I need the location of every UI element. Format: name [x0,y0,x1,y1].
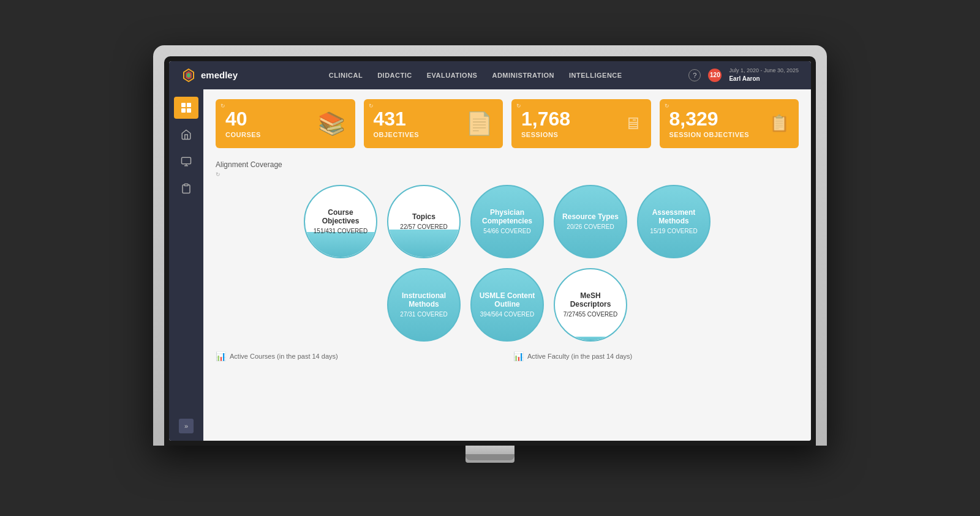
stat-card-objectives[interactable]: ↻ 431 OBJECTIVES 📄 [364,99,503,148]
circle-instructional[interactable]: Instructional Methods 27/31 COVERED [387,268,461,342]
bar-chart-courses-icon: 📊 [216,351,226,361]
help-button[interactable]: ? [688,69,701,81]
circle-assessment-title: Assessment Methods [643,208,704,226]
content-area: ↻ 40 COURSES 📚 ↻ [203,89,811,441]
session-obj-icon: 📋 [769,114,789,133]
logo-text: emedley [201,70,238,80]
circle-resource[interactable]: Resource Types 20/26 COVERED [554,185,627,258]
objectives-refresh-icon[interactable]: ↻ [369,103,374,109]
screen-bezel: emedley CLINICAL DIDACTIC EVALUATIONS AD… [164,56,816,446]
alignment-section: Alignment Coverage ↻ Course Objectives 1… [216,160,799,361]
laptop-notch [466,454,514,460]
session-obj-refresh-icon[interactable]: ↻ [665,103,669,109]
grid-icon [181,103,191,113]
objectives-label: OBJECTIVES [374,131,420,138]
circle-usmle-covered: 394/564 COVERED [480,311,534,318]
top-nav: emedley CLINICAL DIDACTIC EVALUATIONS AD… [169,61,811,89]
monitor-icon [181,156,192,167]
courses-refresh-icon[interactable]: ↻ [221,103,225,109]
sidebar-item-monitor[interactable] [174,151,198,173]
sidebar-item-clipboard[interactable] [174,178,198,200]
sessions-refresh-icon[interactable]: ↻ [516,103,521,109]
alignment-title: Alignment Coverage [216,160,799,169]
nav-evaluations[interactable]: EVALUATIONS [427,72,478,79]
circle-physician[interactable]: Physician Competencies 54/66 COVERED [470,185,544,258]
user-info: July 1, 2020 - June 30, 2025 Earl Aaron [729,67,799,83]
sidebar-collapse-button[interactable]: » [179,419,194,433]
sidebar-item-dashboard[interactable] [174,97,198,119]
sessions-number: 1,768 [521,109,570,129]
circle-resource-covered: 20/26 COVERED [567,223,614,230]
courses-text: 40 COURSES [225,109,261,138]
courses-icon: 📚 [318,111,345,136]
circles-row-1: Course Objectives 151/431 COVERED Topics [216,185,799,258]
circle-mesh-title: MeSH Descriptors [560,291,621,309]
circle-topics[interactable]: Topics 22/57 COVERED [387,185,461,258]
app-container: emedley CLINICAL DIDACTIC EVALUATIONS AD… [169,61,811,441]
sidebar-item-home[interactable] [174,124,198,146]
collapse-icon: » [184,422,188,430]
laptop-wrapper: emedley CLINICAL DIDACTIC EVALUATIONS AD… [153,45,827,471]
objectives-icon: 📄 [466,111,493,136]
session-obj-label: SESSION OBJECTIVES [669,131,750,138]
svg-rect-6 [184,184,188,185]
user-name: Earl Aaron [729,75,799,83]
stat-card-courses[interactable]: ↻ 40 COURSES 📚 [216,99,355,148]
circle-physician-covered: 54/66 COVERED [483,228,530,234]
chart-faculty-label: Active Faculty (in the past 14 days) [527,353,632,360]
circle-mesh[interactable]: MeSH Descriptors 7/27455 COVERED [554,268,627,342]
circle-assessment-covered: 15/19 COVERED [650,228,697,234]
sessions-text: 1,768 SESSIONS [521,109,570,138]
circle-course-objectives[interactable]: Course Objectives 151/431 COVERED [304,185,377,258]
circle-resource-title: Resource Types [562,212,619,221]
stat-card-sessions[interactable]: ↻ 1,768 SESSIONS 🖥 [511,99,651,148]
nav-didactic[interactable]: DIDACTIC [377,72,412,79]
nav-right: ? 120 July 1, 2020 - June 30, 2025 Earl … [688,67,799,83]
stat-card-session-objectives[interactable]: ↻ 8,329 SESSION OBJECTIVES 📋 [660,99,799,148]
sessions-label: SESSIONS [521,131,570,138]
logo-icon [181,68,196,83]
circle-usmle[interactable]: USMLE Content Outline 394/564 COVERED [470,268,544,342]
objectives-text: 431 OBJECTIVES [374,109,420,138]
laptop-screen: emedley CLINICAL DIDACTIC EVALUATIONS AD… [169,61,811,441]
nav-administration[interactable]: ADMINISTRATION [492,72,554,79]
circle-physician-title: Physician Competencies [477,208,538,226]
session-obj-text: 8,329 SESSION OBJECTIVES [669,109,750,138]
chart-active-faculty[interactable]: 📊 Active Faculty (in the past 14 days) [513,351,799,361]
chart-courses-label: Active Courses (in the past 14 days) [230,353,338,360]
charts-row: 📊 Active Courses (in the past 14 days) 📊… [216,351,799,361]
circles-row-2: Instructional Methods 27/31 COVERED USML… [216,268,799,342]
circle-usmle-title: USMLE Content Outline [477,291,538,309]
session-obj-number: 8,329 [669,109,750,129]
sessions-icon: 🖥 [624,113,641,133]
nav-intelligence[interactable]: INTELLIGENCE [569,72,622,79]
bar-chart-faculty-icon: 📊 [513,351,524,361]
sidebar: » [169,89,203,441]
nav-links: CLINICAL DIDACTIC EVALUATIONS ADMINISTRA… [262,72,688,79]
clipboard-icon [181,183,192,194]
circle-instructional-title: Instructional Methods [393,291,454,309]
home-icon [181,129,192,140]
circle-instructional-covered: 27/31 COVERED [400,311,447,318]
circle-co-covered: 151/431 COVERED [314,228,368,234]
courses-label: COURSES [225,131,261,138]
svg-rect-3 [182,157,191,164]
stats-row: ↻ 40 COURSES 📚 ↻ [216,99,799,148]
circle-co-title: Course Objectives [310,208,371,226]
chart-active-courses[interactable]: 📊 Active Courses (in the past 14 days) [216,351,501,361]
date-range: July 1, 2020 - June 30, 2025 [729,67,799,75]
logo-area: emedley [181,68,238,83]
laptop-base [466,446,514,463]
laptop-outer: emedley CLINICAL DIDACTIC EVALUATIONS AD… [153,45,827,446]
courses-number: 40 [225,109,261,129]
main-layout: » ↻ 40 COURSES [169,89,811,441]
alignment-refresh[interactable]: ↻ [216,171,799,178]
circle-mesh-covered: 7/27455 COVERED [564,311,617,318]
objectives-number: 431 [374,109,420,129]
circle-assessment[interactable]: Assessment Methods 15/19 COVERED [637,185,710,258]
nav-clinical[interactable]: CLINICAL [329,72,363,79]
circle-topics-title: Topics [412,212,435,221]
user-badge: 120 [708,69,722,82]
circle-topics-covered: 22/57 COVERED [400,223,447,230]
